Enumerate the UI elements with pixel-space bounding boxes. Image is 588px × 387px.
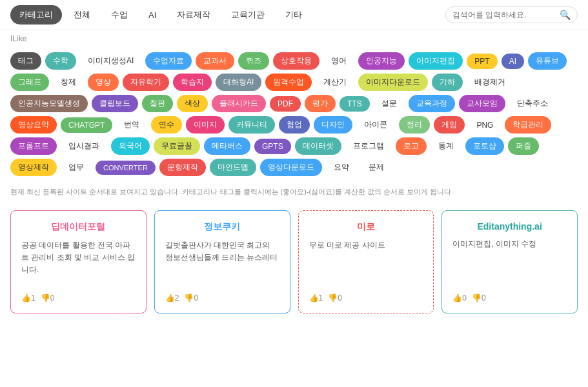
- card-dislikes-card1[interactable]: 👎0: [41, 293, 55, 303]
- card-likes-card2[interactable]: 👍2: [165, 293, 179, 303]
- card-desc-card2: 길벗출판사가 대한민국 최고의 정보선생님들께 드리는 뉴스레터: [165, 239, 279, 287]
- tag-image-download[interactable]: 이미지다운로드: [358, 74, 428, 91]
- tag-ai2[interactable]: AI: [502, 54, 524, 69]
- card-title-card3[interactable]: 미로: [309, 221, 423, 233]
- tag-tag[interactable]: 태그: [10, 52, 41, 70]
- tag-dataset[interactable]: 데이터셋: [295, 137, 341, 155]
- tag-statistics[interactable]: 통계: [431, 137, 461, 155]
- tag-artificial-intel[interactable]: 인공지능: [358, 52, 405, 70]
- nav-item-all[interactable]: 전체: [65, 5, 99, 25]
- tag-text-create[interactable]: 문항제작: [159, 159, 206, 176]
- tag-flashcard[interactable]: 플래시카드: [212, 95, 266, 112]
- tag-mindmap[interactable]: 마인드맵: [210, 159, 256, 176]
- tag-video-create[interactable]: 영상제작: [10, 159, 57, 176]
- tag-translate[interactable]: 번역: [116, 116, 147, 134]
- tag-survey[interactable]: 설문: [374, 95, 405, 112]
- tag-self-study[interactable]: 자유학기: [123, 74, 169, 91]
- card-footer-card3: 👍1👎0: [309, 293, 423, 303]
- tag-quiz[interactable]: 퀴즈: [238, 52, 269, 70]
- nav-item-etc[interactable]: 기타: [276, 5, 311, 25]
- card-dislikes-card4[interactable]: 👎0: [472, 293, 486, 303]
- search-button[interactable]: 🔍: [560, 10, 571, 20]
- tag-video-summary[interactable]: 영상요약: [10, 116, 57, 134]
- tag-entrance-result[interactable]: 입시결과: [61, 137, 107, 155]
- tag-work[interactable]: 업무: [61, 159, 92, 176]
- tag-calculator[interactable]: 계산기: [316, 74, 354, 91]
- tag-clipboard[interactable]: 클립보드: [92, 95, 138, 112]
- search-box[interactable]: 🔍: [445, 6, 578, 23]
- tag-community[interactable]: 커뮤니티: [228, 116, 275, 134]
- tag-practice[interactable]: 연수: [151, 116, 182, 134]
- tag-class-materials[interactable]: 수업자료: [145, 52, 192, 70]
- tag-icon[interactable]: 아이콘: [356, 116, 395, 134]
- tag-puzzle[interactable]: 퍼즐: [508, 137, 539, 155]
- card-dislikes-card2[interactable]: 👎0: [184, 293, 198, 303]
- tag-game[interactable]: 게임: [434, 116, 465, 134]
- tag-foreign-lang[interactable]: 외국어: [111, 137, 150, 155]
- tag-ai-model-gen[interactable]: 인공지능모델생성: [10, 95, 88, 112]
- tag-dialog-ai[interactable]: 대화형AI: [216, 74, 261, 91]
- tag-organize[interactable]: 정리: [399, 116, 430, 134]
- card-title-card4[interactable]: Editanything.ai: [452, 221, 567, 232]
- tag-english[interactable]: 영어: [323, 52, 354, 70]
- card-dislikes-card3[interactable]: 👎0: [328, 293, 342, 303]
- tag-grade-manage[interactable]: 학급관리: [505, 116, 551, 134]
- card-title-card1[interactable]: 딥데이터포털: [21, 221, 136, 233]
- tag-photoshop[interactable]: 포토샵: [465, 137, 504, 155]
- nav-item-edu-org[interactable]: 교육기관: [222, 5, 274, 25]
- card-card1: 딥데이터포털공공 데이터를 활용한 전국 아파트 관리비 조회 및 비교 서비스…: [10, 210, 147, 313]
- tag-blackboard[interactable]: 칠판: [142, 95, 173, 112]
- tag-converter[interactable]: CONVERTER: [96, 161, 156, 175]
- tag-remote[interactable]: 원격수업: [265, 74, 312, 91]
- tag-prompt[interactable]: 프롬프트: [10, 137, 57, 155]
- nav-item-class[interactable]: 수업: [102, 5, 137, 25]
- tag-metaverse[interactable]: 메타버스: [204, 137, 250, 155]
- tag-program[interactable]: 프로그램: [345, 137, 392, 155]
- tag-png[interactable]: PNG: [469, 117, 501, 133]
- tag-cooperation[interactable]: 협업: [279, 116, 310, 134]
- card-likes-card1[interactable]: 👍1: [21, 293, 35, 303]
- tag-image[interactable]: 이미지: [186, 116, 225, 134]
- search-input[interactable]: [452, 10, 556, 19]
- tag-background-remove[interactable]: 배경제거: [467, 74, 513, 91]
- tag-summary[interactable]: 요약: [326, 159, 357, 176]
- tags-section: 태그수학이미지생성AI수업자료교과서퀴즈상호작용영어인공지능이미지편집PPTAI…: [0, 47, 588, 181]
- tag-graph[interactable]: 그래프: [10, 74, 49, 91]
- card-desc-card4: 이미지편집, 이미지 수정: [452, 238, 567, 287]
- tag-design[interactable]: 디자인: [314, 116, 352, 134]
- tag-pdf[interactable]: PDF: [270, 96, 301, 112]
- tag-evaluation[interactable]: 평가: [305, 95, 336, 112]
- tag-edu-course[interactable]: 교육과정: [409, 95, 455, 112]
- tag-gpts[interactable]: GPTS: [254, 139, 291, 154]
- tag-chatgpt[interactable]: CHATGPT: [61, 117, 112, 133]
- tag-image-ai[interactable]: 이미지생성AI: [80, 52, 141, 70]
- card-likes-card4[interactable]: 👍0: [452, 293, 467, 303]
- tag-color[interactable]: 색상: [177, 95, 208, 112]
- tag-textbook[interactable]: 교과서: [196, 52, 234, 70]
- card-footer-card4: 👍0👎0: [452, 293, 567, 303]
- tag-youtube[interactable]: 유튜브: [528, 52, 567, 70]
- tag-problem[interactable]: 문제: [361, 159, 392, 176]
- tag-interaction[interactable]: 상호작용: [273, 52, 319, 70]
- tag-geometry[interactable]: 기하: [432, 74, 463, 91]
- tag-tts[interactable]: TTS: [340, 96, 370, 112]
- nav-item-category[interactable]: 카테고리: [10, 5, 62, 25]
- card-title-card2[interactable]: 정보쿠키: [165, 221, 279, 233]
- nav-item-ai[interactable]: AI: [139, 6, 165, 24]
- tag-image-edit[interactable]: 이미지편집: [409, 52, 463, 70]
- card-card3: 미로무로 미로 제공 사이트👍1👎0: [298, 210, 434, 313]
- card-likes-card3[interactable]: 👍1: [309, 293, 323, 303]
- tag-ppt[interactable]: PPT: [467, 54, 497, 69]
- tag-create[interactable]: 창제: [53, 74, 84, 91]
- nav-item-materials[interactable]: 자료제작: [168, 5, 219, 25]
- cards-section: 딥데이터포털공공 데이터를 활용한 전국 아파트 관리비 조회 및 비교 서비스…: [0, 203, 588, 321]
- tag-video[interactable]: 영상: [88, 74, 119, 91]
- tag-teacher-meeting[interactable]: 교사모임: [459, 95, 505, 112]
- tag-logo[interactable]: 로고: [396, 137, 427, 155]
- tag-video-download[interactable]: 영상다운로드: [260, 159, 322, 176]
- tag-math[interactable]: 수학: [45, 52, 76, 70]
- tag-free-font[interactable]: 무료글꼴: [154, 137, 200, 155]
- tag-short-url[interactable]: 단축주소: [509, 95, 556, 112]
- card-desc-card3: 무로 미로 제공 사이트: [309, 239, 423, 287]
- tag-workbook[interactable]: 학습지: [173, 74, 212, 91]
